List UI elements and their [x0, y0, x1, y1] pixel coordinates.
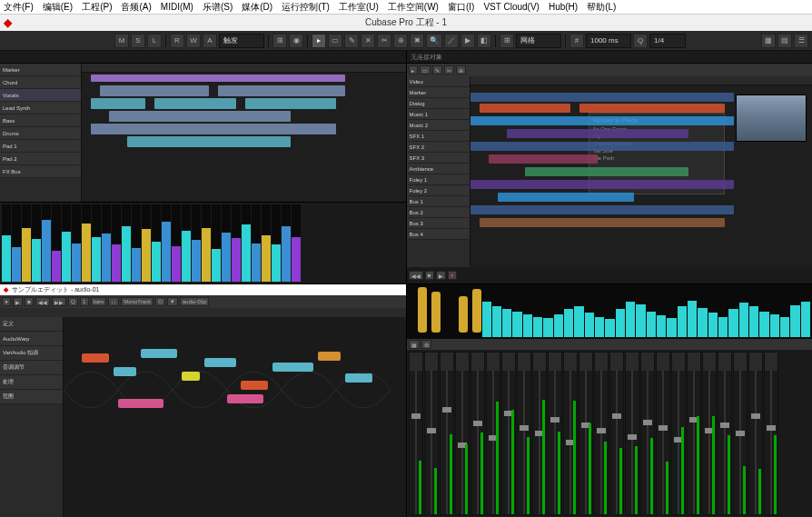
channel-meter[interactable]	[272, 204, 281, 282]
channel-rack[interactable]	[441, 353, 453, 371]
mixer-channel[interactable]	[625, 352, 639, 515]
p2-glue-icon[interactable]: ⊕	[456, 65, 466, 75]
channel-rack[interactable]	[456, 353, 469, 371]
mixer-channel[interactable]	[532, 352, 547, 515]
read-button[interactable]: R	[170, 34, 184, 48]
audio-clip[interactable]	[245, 98, 336, 109]
channel-rack[interactable]	[579, 353, 592, 371]
automation-button[interactable]: A	[203, 34, 217, 48]
quantize-value[interactable]: 1000 ms	[586, 34, 631, 48]
channel-rack[interactable]	[595, 353, 608, 371]
mixer-channel[interactable]	[563, 352, 578, 515]
inspector-section[interactable]: 范围	[0, 390, 63, 404]
channel-meter[interactable]	[62, 204, 71, 282]
audio-clip[interactable]	[91, 75, 345, 82]
sample-toolbar-button[interactable]: audio-01p	[180, 297, 210, 306]
grid-value-select[interactable]: 1/4	[649, 34, 686, 48]
channel-rack[interactable]	[657, 353, 669, 371]
ruler[interactable]	[82, 64, 406, 73]
p2-record-icon[interactable]: ●	[448, 271, 457, 280]
split-tool-icon[interactable]: ✂	[377, 34, 391, 48]
channel-rack[interactable]	[518, 353, 530, 371]
channel-rack[interactable]	[703, 353, 716, 371]
audio-clip[interactable]	[470, 180, 734, 189]
mixer-channel[interactable]	[687, 352, 701, 515]
audio-clip[interactable]	[480, 104, 570, 113]
audio-clip[interactable]	[100, 85, 209, 96]
channel-rack[interactable]	[718, 353, 731, 371]
p2-pointer-icon[interactable]: ▸	[409, 65, 418, 75]
audio-clip[interactable]	[498, 193, 634, 202]
p2-stop-icon[interactable]: ■	[425, 271, 434, 280]
menu-file[interactable]: 文件(F)	[4, 1, 34, 14]
audio-clip[interactable]	[507, 129, 688, 138]
track-header[interactable]: Foley 1	[407, 174, 470, 185]
fader-cap[interactable]	[628, 434, 637, 440]
fader-cap[interactable]	[550, 417, 559, 423]
inspector-section[interactable]: 处理	[0, 375, 63, 390]
layout-2-icon[interactable]: ▤	[777, 34, 792, 48]
channel-meter[interactable]	[22, 204, 31, 282]
ruler-2[interactable]	[470, 76, 813, 85]
track-header[interactable]: SFX 3	[407, 153, 470, 164]
track-header[interactable]: Video	[407, 76, 470, 87]
layout-1-icon[interactable]: ▦	[761, 34, 776, 48]
channel-meter[interactable]	[52, 204, 61, 282]
track-header[interactable]: Pad 2	[0, 153, 81, 165]
mixer-channel[interactable]	[424, 352, 439, 515]
inspector-section[interactable]: 定义	[0, 317, 63, 332]
grid-type-select[interactable]: 网格	[516, 34, 561, 48]
channel-rack[interactable]	[410, 353, 422, 371]
channel-rack[interactable]	[626, 353, 639, 371]
channel-meter[interactable]	[292, 204, 301, 282]
channel-meter[interactable]	[282, 204, 291, 282]
variaudio-segment[interactable]	[318, 352, 341, 361]
mute-tool-icon[interactable]: ✖	[410, 34, 424, 48]
fader-cap[interactable]	[520, 425, 529, 431]
mixer-channel[interactable]	[455, 352, 470, 515]
audio-clip[interactable]	[154, 98, 236, 109]
variaudio-segment[interactable]	[241, 381, 268, 390]
track-header[interactable]: Marker	[407, 87, 470, 98]
channel-rack[interactable]	[749, 353, 762, 371]
variaudio-segment[interactable]	[272, 363, 313, 372]
channel-rack[interactable]	[487, 353, 500, 371]
track-header[interactable]: Dialog	[407, 98, 470, 109]
channel-meter[interactable]	[192, 204, 201, 282]
channel-meter[interactable]	[92, 204, 101, 282]
fader-cap[interactable]	[736, 431, 745, 436]
mixer-channel[interactable]	[718, 352, 732, 515]
channel-rack[interactable]	[502, 353, 515, 371]
range-tool-icon[interactable]: ▭	[328, 34, 342, 48]
mixer-channel[interactable]	[640, 352, 655, 515]
audio-clip[interactable]	[470, 116, 734, 125]
quantize-icon[interactable]: #	[569, 34, 584, 48]
mixer-channel[interactable]	[470, 352, 485, 515]
fader-cap[interactable]	[659, 425, 668, 431]
sample-toolbar-button[interactable]: bars	[91, 297, 107, 306]
solo-button[interactable]: S	[131, 34, 145, 48]
channel-meter[interactable]	[132, 204, 141, 282]
audio-clip[interactable]	[470, 205, 734, 214]
play-tool-icon[interactable]: ▶	[460, 34, 475, 48]
audio-clip[interactable]	[489, 154, 598, 164]
variaudio-segment[interactable]	[118, 399, 163, 408]
track-header[interactable]: Lead Synth	[0, 102, 81, 114]
mixer-channel[interactable]	[440, 352, 454, 515]
channel-meter[interactable]	[172, 204, 181, 282]
channel-meter[interactable]	[2, 204, 11, 282]
channel-meter[interactable]	[202, 204, 211, 282]
channel-rack[interactable]	[688, 353, 700, 371]
track-header[interactable]: Vocals	[0, 89, 81, 102]
channel-meter[interactable]	[212, 204, 221, 282]
snap-mode-select[interactable]: 触发	[219, 34, 264, 48]
mixer-channel[interactable]	[409, 352, 423, 515]
menu-project[interactable]: 工程(P)	[82, 1, 112, 14]
channel-meter[interactable]	[32, 204, 41, 282]
mixer-channel[interactable]	[656, 352, 670, 515]
mixer-channel[interactable]	[764, 352, 778, 515]
timeline[interactable]	[82, 64, 406, 202]
sample-toolbar-button[interactable]: MonoTrack	[121, 297, 153, 306]
zoom-tool-icon[interactable]: 🔍	[426, 34, 442, 48]
fader-cap[interactable]	[612, 413, 621, 419]
